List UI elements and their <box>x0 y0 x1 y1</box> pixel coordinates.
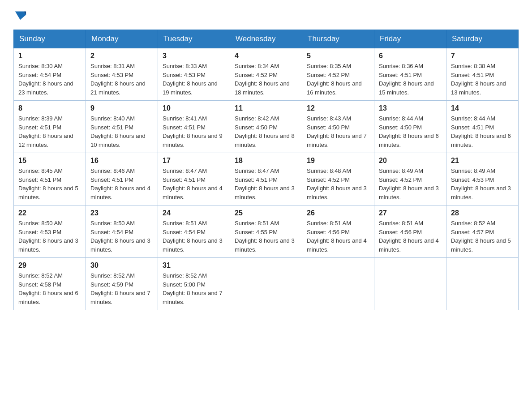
calendar-cell: 24 Sunrise: 8:51 AMSunset: 4:54 PMDaylig… <box>158 206 230 258</box>
day-info: Sunrise: 8:33 AMSunset: 4:53 PMDaylight:… <box>163 63 218 96</box>
calendar-cell: 11 Sunrise: 8:42 AMSunset: 4:50 PMDaylig… <box>230 101 302 153</box>
day-number: 14 <box>451 104 514 112</box>
week-row-3: 15 Sunrise: 8:45 AMSunset: 4:51 PMDaylig… <box>14 153 519 206</box>
day-number: 1 <box>18 52 81 60</box>
calendar-cell: 17 Sunrise: 8:47 AMSunset: 4:51 PMDaylig… <box>158 153 230 206</box>
day-info: Sunrise: 8:36 AMSunset: 4:51 PMDaylight:… <box>379 63 434 96</box>
calendar-cell <box>230 258 302 310</box>
day-info: Sunrise: 8:40 AMSunset: 4:51 PMDaylight:… <box>90 115 146 148</box>
calendar-cell: 31 Sunrise: 8:52 AMSunset: 5:00 PMDaylig… <box>158 258 230 310</box>
calendar-cell: 2 Sunrise: 8:31 AMSunset: 4:53 PMDayligh… <box>86 48 158 101</box>
day-info: Sunrise: 8:34 AMSunset: 4:52 PMDaylight:… <box>235 63 290 96</box>
calendar-cell: 21 Sunrise: 8:49 AMSunset: 4:53 PMDaylig… <box>446 153 519 206</box>
day-number: 26 <box>307 209 369 217</box>
day-info: Sunrise: 8:39 AMSunset: 4:51 PMDaylight:… <box>18 115 73 148</box>
day-info: Sunrise: 8:51 AMSunset: 4:55 PMDaylight:… <box>235 220 295 253</box>
day-info: Sunrise: 8:30 AMSunset: 4:54 PMDaylight:… <box>18 63 73 96</box>
day-number: 13 <box>379 104 442 112</box>
calendar-cell: 16 Sunrise: 8:46 AMSunset: 4:51 PMDaylig… <box>86 153 158 206</box>
day-number: 20 <box>379 157 442 165</box>
calendar-cell: 25 Sunrise: 8:51 AMSunset: 4:55 PMDaylig… <box>230 206 302 258</box>
day-number: 30 <box>90 261 153 270</box>
day-info: Sunrise: 8:52 AMSunset: 5:00 PMDaylight:… <box>163 272 223 305</box>
day-info: Sunrise: 8:31 AMSunset: 4:53 PMDaylight:… <box>90 63 146 96</box>
calendar-cell: 3 Sunrise: 8:33 AMSunset: 4:53 PMDayligh… <box>158 48 230 101</box>
week-row-5: 29 Sunrise: 8:52 AMSunset: 4:58 PMDaylig… <box>14 258 519 310</box>
day-number: 25 <box>235 209 297 217</box>
header-cell-thursday: Thursday <box>302 30 374 48</box>
header-cell-sunday: Sunday <box>14 30 86 48</box>
logo-icon <box>14 9 27 21</box>
week-row-4: 22 Sunrise: 8:50 AMSunset: 4:53 PMDaylig… <box>14 206 519 258</box>
day-number: 10 <box>163 104 225 112</box>
logo <box>13 9 27 21</box>
calendar-cell: 14 Sunrise: 8:44 AMSunset: 4:51 PMDaylig… <box>446 101 519 153</box>
day-info: Sunrise: 8:50 AMSunset: 4:54 PMDaylight:… <box>90 220 150 253</box>
day-info: Sunrise: 8:42 AMSunset: 4:50 PMDaylight:… <box>235 115 295 148</box>
day-info: Sunrise: 8:52 AMSunset: 4:59 PMDaylight:… <box>90 272 150 305</box>
day-number: 31 <box>163 261 225 270</box>
day-info: Sunrise: 8:51 AMSunset: 4:56 PMDaylight:… <box>379 220 439 253</box>
day-number: 8 <box>18 104 81 112</box>
day-info: Sunrise: 8:47 AMSunset: 4:51 PMDaylight:… <box>163 167 223 201</box>
day-number: 23 <box>90 209 153 217</box>
day-info: Sunrise: 8:51 AMSunset: 4:54 PMDaylight:… <box>163 220 223 253</box>
day-info: Sunrise: 8:46 AMSunset: 4:51 PMDaylight:… <box>90 167 150 201</box>
calendar-cell: 29 Sunrise: 8:52 AMSunset: 4:58 PMDaylig… <box>14 258 86 310</box>
calendar-cell: 20 Sunrise: 8:49 AMSunset: 4:52 PMDaylig… <box>374 153 446 206</box>
calendar-cell: 12 Sunrise: 8:43 AMSunset: 4:50 PMDaylig… <box>302 101 374 153</box>
day-number: 22 <box>18 209 81 217</box>
day-number: 18 <box>235 157 297 165</box>
calendar-cell <box>302 258 374 310</box>
header-cell-saturday: Saturday <box>446 30 519 48</box>
calendar-cell: 13 Sunrise: 8:44 AMSunset: 4:50 PMDaylig… <box>374 101 446 153</box>
day-info: Sunrise: 8:51 AMSunset: 4:56 PMDaylight:… <box>307 220 367 253</box>
calendar-cell: 5 Sunrise: 8:35 AMSunset: 4:52 PMDayligh… <box>302 48 374 101</box>
day-info: Sunrise: 8:47 AMSunset: 4:51 PMDaylight:… <box>235 167 295 201</box>
calendar-cell: 9 Sunrise: 8:40 AMSunset: 4:51 PMDayligh… <box>86 101 158 153</box>
day-number: 4 <box>235 52 297 60</box>
day-number: 12 <box>307 104 369 112</box>
day-number: 28 <box>451 209 514 217</box>
day-info: Sunrise: 8:43 AMSunset: 4:50 PMDaylight:… <box>307 115 367 148</box>
day-info: Sunrise: 8:35 AMSunset: 4:52 PMDaylight:… <box>307 63 362 96</box>
calendar-cell: 1 Sunrise: 8:30 AMSunset: 4:54 PMDayligh… <box>14 48 86 101</box>
day-number: 7 <box>451 52 514 60</box>
calendar-cell: 7 Sunrise: 8:38 AMSunset: 4:51 PMDayligh… <box>446 48 519 101</box>
day-info: Sunrise: 8:50 AMSunset: 4:53 PMDaylight:… <box>18 220 78 253</box>
day-number: 2 <box>90 52 153 60</box>
calendar-cell <box>374 258 446 310</box>
day-info: Sunrise: 8:45 AMSunset: 4:51 PMDaylight:… <box>18 167 78 201</box>
header-row: SundayMondayTuesdayWednesdayThursdayFrid… <box>14 30 519 48</box>
header-cell-monday: Monday <box>86 30 158 48</box>
calendar-cell: 6 Sunrise: 8:36 AMSunset: 4:51 PMDayligh… <box>374 48 446 101</box>
day-number: 5 <box>307 52 369 60</box>
header-cell-tuesday: Tuesday <box>158 30 230 48</box>
calendar-cell <box>446 258 519 310</box>
header-cell-wednesday: Wednesday <box>230 30 302 48</box>
calendar-table: SundayMondayTuesdayWednesdayThursdayFrid… <box>13 30 519 310</box>
calendar-cell: 27 Sunrise: 8:51 AMSunset: 4:56 PMDaylig… <box>374 206 446 258</box>
calendar-cell: 15 Sunrise: 8:45 AMSunset: 4:51 PMDaylig… <box>14 153 86 206</box>
day-number: 24 <box>163 209 225 217</box>
calendar-cell: 26 Sunrise: 8:51 AMSunset: 4:56 PMDaylig… <box>302 206 374 258</box>
day-number: 16 <box>90 157 153 165</box>
week-row-1: 1 Sunrise: 8:30 AMSunset: 4:54 PMDayligh… <box>14 48 519 101</box>
calendar-cell: 19 Sunrise: 8:48 AMSunset: 4:52 PMDaylig… <box>302 153 374 206</box>
calendar-cell: 22 Sunrise: 8:50 AMSunset: 4:53 PMDaylig… <box>14 206 86 258</box>
week-row-2: 8 Sunrise: 8:39 AMSunset: 4:51 PMDayligh… <box>14 101 519 153</box>
day-info: Sunrise: 8:52 AMSunset: 4:57 PMDaylight:… <box>451 220 511 253</box>
day-number: 9 <box>90 104 153 112</box>
day-info: Sunrise: 8:49 AMSunset: 4:52 PMDaylight:… <box>379 167 439 201</box>
day-number: 15 <box>18 157 81 165</box>
svg-marker-0 <box>15 12 26 20</box>
page-header <box>13 9 519 21</box>
calendar-cell: 8 Sunrise: 8:39 AMSunset: 4:51 PMDayligh… <box>14 101 86 153</box>
calendar-cell: 30 Sunrise: 8:52 AMSunset: 4:59 PMDaylig… <box>86 258 158 310</box>
day-number: 19 <box>307 157 369 165</box>
calendar-cell: 28 Sunrise: 8:52 AMSunset: 4:57 PMDaylig… <box>446 206 519 258</box>
day-number: 21 <box>451 157 514 165</box>
calendar-cell: 4 Sunrise: 8:34 AMSunset: 4:52 PMDayligh… <box>230 48 302 101</box>
day-number: 6 <box>379 52 442 60</box>
day-number: 17 <box>163 157 225 165</box>
